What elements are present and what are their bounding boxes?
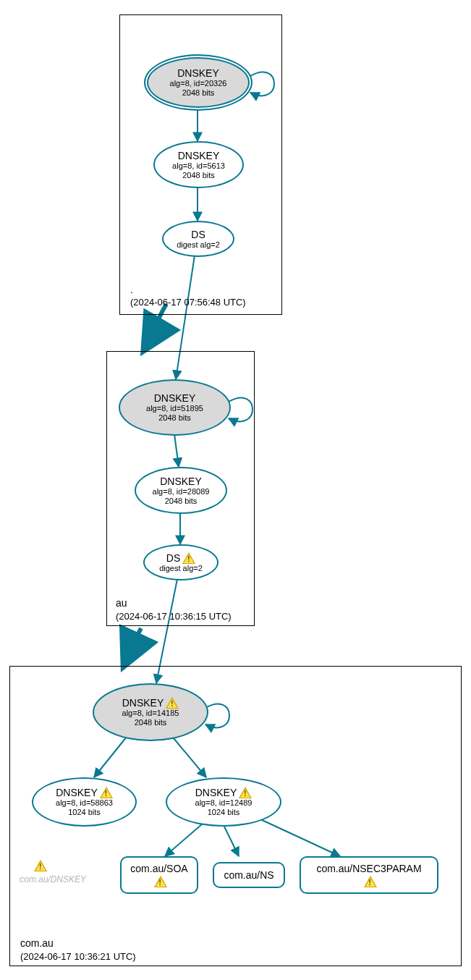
node-line2: alg=8, id=20326 — [170, 79, 227, 88]
warning-icon: ! — [100, 787, 113, 798]
zone-comau-name: com.au — [20, 937, 54, 949]
node-line3: 2048 bits — [182, 88, 215, 98]
node-comau-ksk: DNSKEY! alg=8, id=14185 2048 bits — [93, 683, 208, 741]
warning-icon: ! — [364, 876, 377, 887]
ghost-dnskey-label: com.au/DNSKEY — [20, 874, 86, 884]
warning-icon: ! — [32, 860, 47, 871]
zone-root-name: . — [130, 284, 133, 295]
zone-au-name: au — [116, 597, 127, 609]
zone-comau-timestamp: (2024-06-17 10:36:21 UTC) — [20, 951, 136, 962]
zone-root-timestamp: (2024-06-17 07:56:48 UTC) — [130, 297, 246, 308]
zone-au-timestamp: (2024-06-17 10:36:15 UTC) — [116, 611, 232, 622]
node-root-ds: DS digest alg=2 — [162, 221, 234, 257]
node-au-ds: DS! digest alg=2 — [143, 544, 218, 580]
node-comau-zsk-left: DNSKEY! alg=8, id=58863 1024 bits — [32, 777, 137, 827]
warning-icon: ! — [239, 787, 252, 798]
node-au-ksk: DNSKEY alg=8, id=51895 2048 bits — [119, 379, 231, 436]
node-title: DNSKEY — [177, 67, 219, 79]
rr-ns: com.au/NS — [213, 862, 285, 888]
rr-soa: com.au/SOA ! — [120, 856, 198, 894]
node-root-zsk: DNSKEY alg=8, id=5613 2048 bits — [153, 141, 244, 188]
warning-icon: ! — [166, 697, 179, 709]
rr-nsec3param: com.au/NSEC3PARAM ! — [300, 856, 438, 894]
warning-icon: ! — [154, 876, 167, 887]
node-au-zsk: DNSKEY alg=8, id=28089 2048 bits — [135, 467, 227, 514]
node-root-ksk: DNSKEY alg=8, id=20326 2048 bits — [144, 54, 253, 111]
node-comau-zsk-right: DNSKEY! alg=8, id=12489 1024 bits — [166, 777, 281, 827]
warning-icon: ! — [182, 552, 195, 564]
